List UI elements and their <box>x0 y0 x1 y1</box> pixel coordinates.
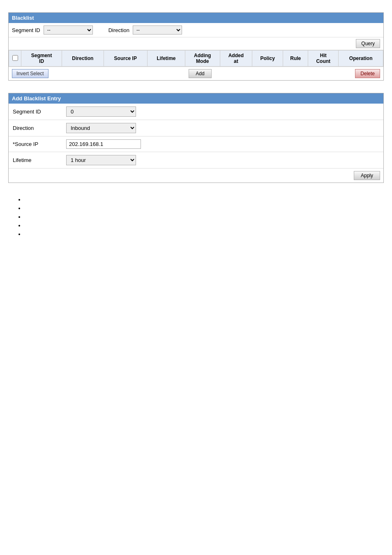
col-source-ip: Source IP <box>104 51 148 67</box>
segment-id-select[interactable]: 0 <box>66 106 136 117</box>
direction-filter-label: Direction <box>108 27 129 33</box>
segment-id-filter-select[interactable]: -- <box>44 25 93 35</box>
bullet-item-1 <box>25 195 384 204</box>
query-row: Query <box>9 37 383 50</box>
bullet-item-2 <box>25 204 384 213</box>
lifetime-label: Lifetime <box>9 152 62 169</box>
col-rule: Rule <box>283 51 308 67</box>
blacklist-title: Blacklist <box>9 13 383 23</box>
lifetime-row: Lifetime 1 hour <box>9 152 383 169</box>
direction-filter-select[interactable]: -- <box>133 25 182 35</box>
col-segment-id: SegmentID <box>21 51 62 67</box>
source-ip-input[interactable] <box>66 139 141 149</box>
bullet-list <box>25 195 384 238</box>
blacklist-table: SegmentID Direction Source IP Lifetime A… <box>9 50 383 67</box>
segment-id-filter-label: Segment ID <box>12 27 40 33</box>
col-checkbox <box>9 51 21 67</box>
source-ip-label: *Source IP <box>9 136 62 152</box>
direction-row: Direction Inbound <box>9 120 383 136</box>
col-policy: Policy <box>252 51 283 67</box>
col-direction: Direction <box>62 51 104 67</box>
col-adding-mode: AddingMode <box>185 51 220 67</box>
direction-label: Direction <box>9 120 62 136</box>
blacklist-filter-row: Segment ID -- Direction -- <box>9 23 383 37</box>
col-added-at: Addedat <box>220 51 252 67</box>
col-operation: Operation <box>339 51 383 67</box>
col-hit-count: HitCount <box>308 51 339 67</box>
delete-button[interactable]: Delete <box>355 69 380 78</box>
source-ip-row: *Source IP <box>9 136 383 152</box>
select-all-checkbox[interactable] <box>12 55 18 61</box>
apply-button[interactable]: Apply <box>354 171 380 180</box>
apply-row: Apply <box>9 169 383 183</box>
bullet-item-3 <box>25 213 384 221</box>
blacklist-bottom-row: Invert Select Add Delete <box>9 67 383 80</box>
add-blacklist-title: Add Blacklist Entry <box>9 93 383 104</box>
lifetime-select[interactable]: 1 hour <box>66 155 136 165</box>
add-button[interactable]: Add <box>189 69 211 78</box>
bullet-item-4 <box>25 221 384 230</box>
add-entry-form: Segment ID 0 Direction Inbound *Source I… <box>9 104 383 169</box>
bullet-item-5 <box>25 230 384 238</box>
query-button[interactable]: Query <box>356 39 380 48</box>
segment-id-label: Segment ID <box>9 104 62 120</box>
blacklist-panel: Blacklist Segment ID -- Direction -- Que… <box>8 12 384 81</box>
segment-id-row: Segment ID 0 <box>9 104 383 120</box>
col-lifetime: Lifetime <box>148 51 185 67</box>
add-blacklist-panel: Add Blacklist Entry Segment ID 0 Directi… <box>8 93 384 183</box>
invert-select-button[interactable]: Invert Select <box>12 69 48 78</box>
direction-select[interactable]: Inbound <box>66 123 136 133</box>
